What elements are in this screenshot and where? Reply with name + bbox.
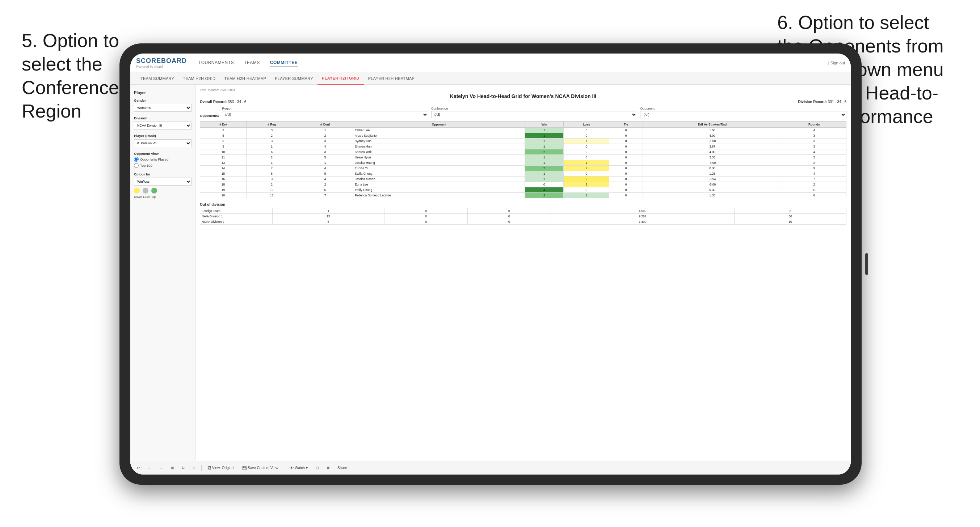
cell-win: 4 xyxy=(525,187,564,193)
subnav-team-h2h-heatmap[interactable]: TEAM H2H HEATMAP xyxy=(220,72,270,85)
cell-name: Stella Cheng xyxy=(353,171,525,176)
out-cell-loss: 0 xyxy=(385,214,468,219)
toolbar-share[interactable]: Share xyxy=(335,465,349,471)
cell-loss: 2 xyxy=(564,166,609,171)
table-row: 18 2 2 Euna Lee 0 2 0 -5.00 2 xyxy=(200,182,846,187)
cell-win: 0 xyxy=(525,182,564,187)
sidebar-player-select[interactable]: 8. Katelyn Vo xyxy=(134,139,191,147)
cell-div: 11 xyxy=(200,155,247,160)
scoreboard-logo: SCOREBOARD Powered by clippd xyxy=(136,57,187,68)
cell-loss: 1 xyxy=(564,193,609,198)
col-rounds: Rounds xyxy=(782,122,846,128)
table-row: 5 2 2 Alexis Sudjianto 1 0 0 4.00 3 xyxy=(200,133,846,138)
opponents-label: Opponents: xyxy=(200,114,219,118)
cell-name: Alexis Sudjianto xyxy=(353,133,525,138)
cell-loss: 0 xyxy=(564,128,609,133)
cell-tie: 0 xyxy=(609,133,643,138)
circle-labels: Down Level Up xyxy=(134,195,156,198)
division-value: 331 - 34 - 6 xyxy=(828,100,846,104)
toolbar-grid[interactable]: ⊞ xyxy=(169,465,176,471)
filter-region: Region (All) xyxy=(222,107,428,118)
tablet-power-button[interactable] xyxy=(865,253,868,275)
cell-name: Emily Chang xyxy=(353,187,525,193)
filter-region-label: Region xyxy=(222,107,428,110)
last-updated: Last Updated: 27/03/2024 xyxy=(200,88,235,92)
nav-teams[interactable]: TEAMS xyxy=(244,59,260,67)
label-down: Down xyxy=(134,195,142,198)
circle-down xyxy=(134,188,140,194)
toolbar-target[interactable]: ⊙ xyxy=(191,465,198,471)
cell-rounds: 4 xyxy=(782,128,846,133)
toolbar-export-1[interactable]: ⊡ xyxy=(313,465,321,471)
cell-win: 2 xyxy=(525,193,564,198)
cell-win: 1 xyxy=(525,155,564,160)
toolbar-export-2[interactable]: ⊠ xyxy=(325,465,332,471)
filter-region-select[interactable]: (All) xyxy=(222,111,428,118)
cell-rounds: 6 xyxy=(782,193,846,198)
cell-win: 1 xyxy=(525,133,564,138)
out-cell-tie: 0 xyxy=(468,219,551,225)
filter-opponent-select[interactable]: (All) xyxy=(640,111,846,118)
cell-win: 1 xyxy=(525,176,564,182)
cell-conf: 1 xyxy=(297,128,353,133)
overall-record: Overall Record: 353 - 34 - 6 xyxy=(200,100,246,104)
table-row: 19 10 6 Emily Chang 4 0 0 0.30 11 xyxy=(200,187,846,193)
table-row: 6 3 3 Sydney Kuo 1 1 0 -1.00 3 xyxy=(200,138,846,144)
nav-items: TOURNAMENTS TEAMS COMMITTEE xyxy=(198,59,828,67)
table-body: 3 3 1 Esther Lee 1 0 0 1.50 4 5 2 2 Alex… xyxy=(200,128,846,198)
out-of-division-header: Out of division xyxy=(200,203,846,206)
radio-top-100[interactable]: Top 100 xyxy=(134,163,191,168)
cell-rounds: 3 xyxy=(782,133,846,138)
nav-tournaments[interactable]: TOURNAMENTS xyxy=(198,59,234,67)
table-header-row: # Div # Reg # Conf Opponent Win Loss Tie… xyxy=(200,122,846,128)
overall-label: Overall Record: xyxy=(200,100,227,104)
out-cell-rounds: 2 xyxy=(734,208,846,214)
cell-reg: 1 xyxy=(247,160,297,166)
cell-diff: -0.94 xyxy=(643,176,782,182)
cell-tie: 0 xyxy=(609,149,643,155)
header-sign-out[interactable]: | Sign out xyxy=(828,61,845,65)
subnav-player-h2h-grid[interactable]: PLAYER H2H GRID xyxy=(318,72,364,85)
out-cell-name: Foreign Team xyxy=(200,208,273,214)
toolbar-back[interactable]: ← xyxy=(146,465,153,471)
toolbar-refresh[interactable]: ↻ xyxy=(180,465,187,471)
tablet-frame: SCOREBOARD Powered by clippd TOURNAMENTS… xyxy=(119,43,862,485)
report-title: Katelyn Vo Head-to-Head Grid for Women's… xyxy=(200,93,846,99)
toolbar-forward[interactable]: → xyxy=(157,465,165,471)
subnav-player-h2h-heatmap[interactable]: PLAYER H2H HEATMAP xyxy=(364,72,419,85)
toolbar-undo[interactable]: ↩ xyxy=(135,465,142,471)
cell-loss: 2 xyxy=(564,182,609,187)
cell-reg: 7 xyxy=(247,166,297,171)
cell-conf: 4 xyxy=(297,166,353,171)
cell-win: 1 xyxy=(525,171,564,176)
cell-diff: 0.30 xyxy=(643,187,782,193)
sidebar-colour-section: Colour by Win/loss Down Level Up xyxy=(134,172,191,198)
cell-div: 14 xyxy=(200,166,247,171)
filter-conference-select[interactable]: (All) xyxy=(431,111,638,118)
cell-conf: 4 xyxy=(297,144,353,149)
cell-loss: 2 xyxy=(564,176,609,182)
cell-conf: 5 xyxy=(297,155,353,160)
sidebar-gender-section: Gender Women's xyxy=(134,98,191,112)
toolbar-watch[interactable]: 👁 Watch ▾ xyxy=(288,465,310,471)
filter-section: Opponents: Region (All) Conference (All) xyxy=(200,107,846,118)
subnav-team-h2h-grid[interactable]: TEAM H2H GRID xyxy=(178,72,220,85)
record-row: Overall Record: 353 - 34 - 6 Division Re… xyxy=(200,100,846,104)
toolbar-save-custom[interactable]: 💾 Save Custom View xyxy=(240,465,280,471)
nav-committee[interactable]: COMMITTEE xyxy=(270,59,298,67)
radio-opponents-played[interactable]: Opponents Played xyxy=(134,157,191,162)
cell-loss: 0 xyxy=(564,171,609,176)
subnav-team-summary[interactable]: TEAM SUMMARY xyxy=(136,72,178,85)
cell-conf: 2 xyxy=(297,133,353,138)
cell-win: 1 xyxy=(525,160,564,166)
sidebar-colour-select[interactable]: Win/loss xyxy=(134,178,191,186)
cell-reg: 2 xyxy=(247,182,297,187)
cell-name: Sharon Mun xyxy=(353,144,525,149)
toolbar-view-original[interactable]: 🖼 View: Original xyxy=(205,465,236,471)
out-table-body: Foreign Team 1 0 0 4.500 2 NAIA Division… xyxy=(200,208,846,225)
subnav-player-summary[interactable]: PLAYER SUMMARY xyxy=(270,72,318,85)
cell-win: 2 xyxy=(525,149,564,155)
cell-diff: 1.25 xyxy=(643,171,782,176)
sidebar-gender-select[interactable]: Women's xyxy=(134,104,191,112)
sidebar-division-select[interactable]: NCAA Division III xyxy=(134,122,191,130)
